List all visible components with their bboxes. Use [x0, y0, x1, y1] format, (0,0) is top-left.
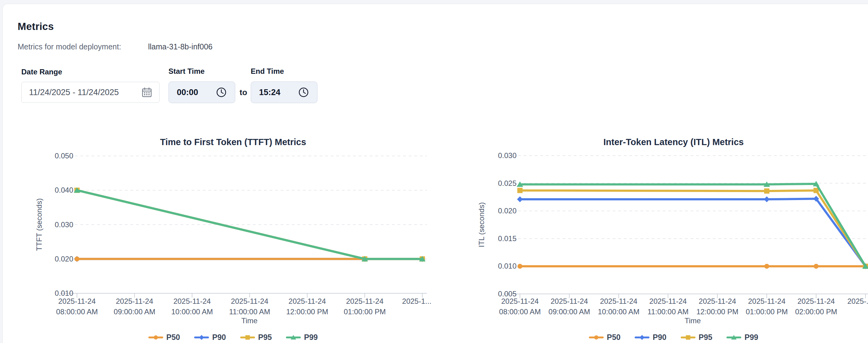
ttft-chart: Time to First Token (TTFT) Metrics 0.050… [3, 134, 437, 343]
clock-icon[interactable] [298, 87, 309, 98]
calendar-icon[interactable] [142, 87, 152, 98]
ttft-plot-area: 0.0500.0400.0300.0200.0102025-11-2408:00… [3, 134, 437, 343]
series-line [520, 191, 866, 267]
data-point-marker [518, 188, 523, 193]
metrics-card: Metrics Metrics for model deployment: ll… [2, 4, 868, 343]
x-tick-label: 2025-11-24 [346, 297, 383, 305]
data-point-marker [814, 264, 818, 269]
date-range-value: 11/24/2025 - 11/24/2025 [29, 88, 142, 97]
y-axis-title: TTFT (seconds) [35, 198, 43, 251]
clock-icon[interactable] [216, 87, 227, 98]
circle-legend-icon [589, 334, 604, 341]
itl-chart: Inter-Token Latency (ITL) Metrics 0.0300… [437, 134, 868, 343]
y-tick-label: 0.030 [55, 220, 73, 229]
x-tick-label: 09:00:00 AM [114, 308, 155, 316]
series-line [520, 199, 866, 267]
x-tick-label: 12:00:00 PM [696, 308, 739, 316]
x-tick-label: 2025-11-24 [288, 297, 326, 305]
end-time-input[interactable]: 15:24 [251, 81, 317, 103]
legend-label: P50 [166, 333, 180, 342]
x-axis-title: Time [685, 316, 701, 325]
x-tick-label: 2025-11-24 [116, 297, 153, 305]
x-tick-label: 10:00:00 AM [598, 308, 640, 316]
y-axis-title: ITL (seconds) [477, 202, 486, 247]
legend-label: P50 [607, 333, 620, 342]
x-tick-label: 2025-11-24 [551, 297, 588, 305]
legend-item-p90[interactable]: P90 [194, 333, 226, 342]
data-point-marker [199, 335, 204, 340]
deployment-label: Metrics for model deployment: [18, 42, 121, 51]
start-time-value: 00:00 [177, 88, 216, 97]
triangle-legend-icon [286, 334, 301, 341]
x-tick-label: 08:00:00 AM [56, 308, 98, 316]
x-tick-label: 2025-11-24 [174, 297, 211, 305]
y-tick-label: 0.020 [498, 207, 517, 215]
x-tick-label: 2025-11-24 [231, 297, 268, 305]
deployment-value: llama-31-8b-inf006 [148, 42, 212, 51]
x-tick-label: 10:00:00 AM [171, 308, 213, 316]
y-tick-label: 0.020 [55, 255, 73, 263]
x-tick-label: 02:00:00 PM [795, 308, 837, 316]
data-point-marker [154, 335, 158, 340]
date-range-input[interactable]: 11/24/2025 - 11/24/2025 [21, 82, 159, 103]
itl-legend: P50P90P95P99 [589, 333, 758, 342]
y-tick-label: 0.030 [498, 151, 517, 160]
to-label: to [240, 88, 247, 97]
date-range-label: Date Range [21, 68, 62, 76]
x-tick-label: 2025-11-24 [600, 297, 638, 305]
x-tick-label: 08:00:00 AM [499, 308, 541, 316]
triangle-legend-icon [726, 334, 741, 341]
legend-item-p50[interactable]: P50 [148, 333, 180, 342]
legend-label: P99 [744, 333, 758, 342]
page-title: Metrics [18, 21, 54, 32]
start-time-input[interactable]: 00:00 [168, 81, 235, 103]
x-axis-title: Time [241, 316, 257, 325]
x-tick-label: 2025-11-24 [748, 297, 785, 305]
x-tick-label: 11:00:00 AM [648, 308, 689, 316]
diamond-legend-icon [194, 334, 209, 341]
series-P50 [518, 264, 868, 269]
data-point-marker [764, 188, 769, 194]
ttft-legend: P50P90P95P99 [148, 333, 318, 342]
y-tick-label: 0.005 [498, 289, 517, 298]
x-tick-label: 2025-11-24 [699, 297, 736, 305]
x-tick-label: 11:00:00 AM [229, 308, 270, 316]
data-point-marker [686, 335, 690, 339]
legend-item-p50[interactable]: P50 [589, 333, 620, 342]
square-legend-icon [240, 334, 255, 341]
legend-label: P90 [212, 333, 226, 342]
x-tick-label: 2025-11-24 [58, 297, 96, 305]
y-tick-label: 0.015 [498, 234, 517, 243]
series-P99 [517, 181, 868, 269]
legend-item-p95[interactable]: P95 [240, 333, 272, 342]
x-tick-label: 12:00:00 PM [286, 308, 328, 316]
data-point-marker [765, 264, 769, 269]
y-tick-label: 0.050 [55, 151, 73, 160]
legend-item-p99[interactable]: P99 [726, 333, 758, 342]
legend-item-p95[interactable]: P95 [681, 333, 712, 342]
x-tick-label: 2025-11-24 [798, 297, 835, 305]
data-point-marker [518, 264, 522, 269]
x-tick-label: 2025-11-24 [501, 297, 539, 305]
x-tick-label: 01:00:00 PM [746, 308, 787, 316]
x-tick-label: 2025-11-24 [649, 297, 687, 305]
legend-label: P95 [258, 333, 272, 342]
series-P90 [517, 196, 868, 269]
data-point-marker [594, 335, 598, 340]
y-tick-label: 0.010 [498, 262, 517, 270]
data-point-marker [640, 335, 645, 340]
data-point-marker [764, 196, 770, 202]
x-tick-label: 2025-1... [402, 297, 432, 305]
end-time-value: 15:24 [259, 88, 298, 97]
itl-plot-area: 0.0300.0250.0200.0150.0100.0052025-11-24… [437, 134, 868, 343]
legend-item-p99[interactable]: P99 [286, 333, 317, 342]
legend-label: P90 [653, 333, 666, 342]
x-tick-label: 01:00:00 PM [344, 308, 386, 316]
y-tick-label: 0.040 [55, 186, 73, 194]
x-tick-label: 2025-... [847, 297, 868, 305]
data-point-marker [517, 196, 523, 202]
data-point-marker [245, 335, 250, 339]
legend-item-p90[interactable]: P90 [635, 333, 666, 342]
data-point-marker [74, 256, 80, 262]
start-time-label: Start Time [168, 67, 205, 76]
